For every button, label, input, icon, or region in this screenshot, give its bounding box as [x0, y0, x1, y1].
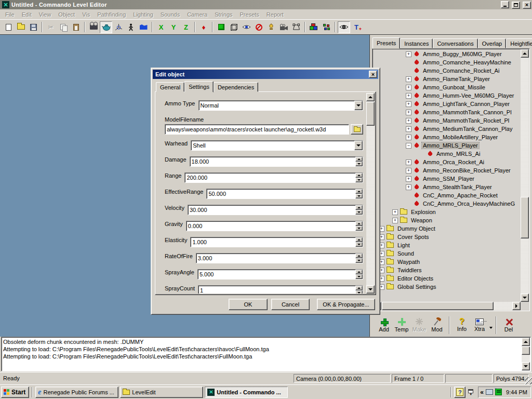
- start-button[interactable]: Start: [1, 387, 29, 398]
- tab-overlap[interactable]: Overlap: [478, 38, 507, 48]
- solid-view-icon[interactable]: [215, 21, 228, 33]
- expand-icon[interactable]: +: [406, 135, 411, 140]
- axis-x-icon[interactable]: X: [155, 21, 167, 33]
- tree-vscroll-thumb[interactable]: [521, 197, 529, 238]
- axis-gizmo-icon[interactable]: [112, 21, 125, 33]
- collapse-icon[interactable]: −: [406, 143, 411, 149]
- menu-object[interactable]: Object: [55, 10, 78, 19]
- group-objects-icon[interactable]: [308, 21, 320, 33]
- paste-icon[interactable]: [70, 21, 82, 33]
- xtra-dropdown-icon[interactable]: [489, 327, 493, 330]
- dialog-scroll-thumb[interactable]: [366, 102, 375, 126]
- spin-input[interactable]: 5.000: [197, 269, 363, 280]
- dialog-close-icon[interactable]: ×: [369, 71, 377, 78]
- ok-propagate-button[interactable]: OK & Propagate...: [317, 299, 375, 310]
- tree-item[interactable]: +Ammo_MammothTank_Cannon_Pl: [374, 108, 520, 116]
- menu-report[interactable]: Report: [263, 10, 287, 19]
- spinner-buttons[interactable]: [355, 189, 363, 198]
- spin-input[interactable]: 50.000: [206, 189, 363, 199]
- hide-object-icon[interactable]: [252, 21, 265, 33]
- spinner-buttons[interactable]: [355, 173, 363, 182]
- menu-edit[interactable]: Edit: [18, 10, 35, 19]
- expand-icon[interactable]: +: [392, 209, 398, 215]
- tab-conversations[interactable]: Conversations: [433, 38, 477, 48]
- tree-item[interactable]: +Ammo_MammothTank_Rocket_Pl: [374, 116, 520, 125]
- scroll-down-icon[interactable]: [521, 294, 529, 302]
- spinner-buttons[interactable]: [355, 270, 363, 279]
- tree-item[interactable]: +Twiddlers: [374, 266, 520, 274]
- cancel-button[interactable]: Cancel: [271, 299, 310, 310]
- tree-item[interactable]: CnC_Ammo_Apache_Rocket: [374, 191, 520, 200]
- task-renegade-forums[interactable]: e Renegade Public Forums ...: [35, 387, 118, 398]
- menu-file[interactable]: File: [2, 10, 18, 19]
- scroll-down-icon[interactable]: [366, 285, 375, 294]
- tree-item[interactable]: −Ammo_MRLS_Player: [374, 141, 520, 150]
- log-scroll-thumb[interactable]: [522, 347, 530, 355]
- ungroup-objects-icon[interactable]: [320, 21, 332, 33]
- tree-item[interactable]: +Global Settings: [374, 283, 520, 291]
- expand-icon[interactable]: +: [406, 176, 411, 182]
- mod-button[interactable]: Mod: [428, 315, 446, 335]
- new-file-icon[interactable]: [2, 21, 15, 33]
- menu-view[interactable]: View: [35, 10, 55, 19]
- dropdown-arrow-icon[interactable]: [354, 141, 363, 150]
- tree-item[interactable]: +Sound: [374, 249, 520, 258]
- open-file-icon[interactable]: [15, 21, 27, 33]
- tab-general[interactable]: General: [156, 82, 184, 92]
- object-mode-icon[interactable]: [100, 21, 112, 33]
- expand-icon[interactable]: +: [406, 85, 411, 90]
- menu-vis[interactable]: Vis: [78, 10, 94, 19]
- expand-icon[interactable]: +: [406, 126, 411, 132]
- temp-button[interactable]: Temp: [393, 315, 410, 335]
- combo-box[interactable]: Shell: [191, 140, 363, 151]
- tree-item[interactable]: +Ammo_LightTank_Cannon_Player: [374, 100, 520, 108]
- show-object-icon[interactable]: [240, 21, 252, 33]
- spin-input[interactable]: 18.000: [190, 156, 363, 167]
- expand-icon[interactable]: +: [392, 218, 398, 223]
- dialog-scrollbar[interactable]: [366, 93, 375, 294]
- scroll-up-icon[interactable]: [522, 338, 530, 346]
- menu-strings[interactable]: Strings: [211, 10, 236, 19]
- resize-grip[interactable]: [525, 377, 532, 384]
- tree-item[interactable]: Ammo_MRLS_Ai: [374, 150, 520, 158]
- file-input[interactable]: always\weapons\ammo\tracers\rocket launc…: [165, 124, 349, 135]
- expand-icon[interactable]: +: [406, 76, 411, 82]
- make-button[interactable]: Make: [410, 315, 428, 335]
- terrain-icon[interactable]: [137, 21, 150, 33]
- spin-input[interactable]: 3.000: [196, 253, 363, 263]
- dropdown-arrow-icon[interactable]: [354, 101, 363, 110]
- walk-mode-icon[interactable]: [125, 21, 137, 33]
- tree-item[interactable]: +Explosion: [374, 208, 520, 216]
- toggle-visibility-icon[interactable]: [338, 21, 350, 33]
- spinner-buttons[interactable]: [355, 157, 363, 166]
- expand-icon[interactable]: +: [406, 184, 411, 190]
- tab-presets[interactable]: Presets: [373, 37, 400, 49]
- menu-pathfinding[interactable]: Pathfinding: [94, 10, 129, 19]
- spin-input[interactable]: 200.000: [184, 172, 363, 183]
- spin-input[interactable]: 1: [198, 285, 363, 294]
- tree-item[interactable]: +Ammo_StealthTank_Player: [374, 183, 520, 191]
- connection-icon[interactable]: [495, 389, 502, 395]
- minimize-button[interactable]: [501, 1, 509, 8]
- menu-lighting[interactable]: Lighting: [129, 10, 157, 19]
- maximize-button[interactable]: [512, 2, 520, 9]
- scroll-up-icon[interactable]: [366, 93, 375, 101]
- task-commando-editor[interactable]: ✕ Untitled - Commando ...: [205, 387, 288, 398]
- add-button[interactable]: Add: [375, 315, 393, 335]
- tree-item[interactable]: +Light: [374, 241, 520, 249]
- tree-hscrollbar[interactable]: [373, 302, 521, 310]
- scroll-up-icon[interactable]: [521, 49, 529, 58]
- expand-icon[interactable]: +: [406, 101, 411, 107]
- tab-settings[interactable]: Settings: [184, 81, 214, 92]
- polygon-tool-icon[interactable]: [290, 21, 302, 33]
- del-button[interactable]: Del: [500, 315, 517, 335]
- tab-heightfield[interactable]: Heightfield: [506, 38, 532, 48]
- camera-mode-icon[interactable]: [87, 21, 100, 33]
- tree-item[interactable]: CnC_Ammo_Orca_HeavyMachineG: [374, 200, 520, 208]
- expand-icon[interactable]: +: [406, 159, 411, 165]
- tree-item[interactable]: +Ammo_Buggy_M60MG_Player: [374, 50, 520, 58]
- axis-z-icon[interactable]: Z: [180, 21, 192, 33]
- light-source-icon[interactable]: [265, 21, 277, 33]
- scroll-right-icon[interactable]: [512, 302, 521, 310]
- tree-item[interactable]: +Cover Spots: [374, 233, 520, 241]
